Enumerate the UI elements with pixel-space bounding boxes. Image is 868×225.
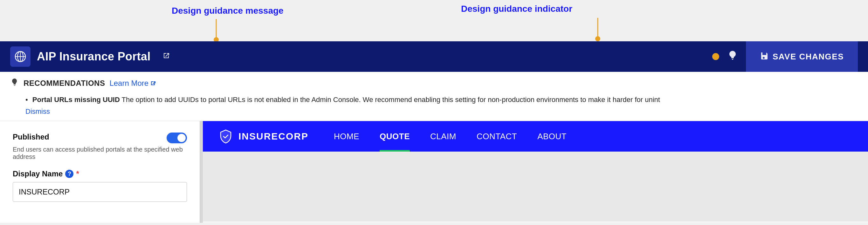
rec-bulb-icon [10, 77, 19, 89]
display-name-label: Display Name ? * [13, 169, 187, 178]
portal-content-area [203, 152, 868, 222]
top-navbar: AIP Insurance Portal SAVE CHANGES [0, 41, 868, 72]
nav-logo-area: AIP Insurance Portal [10, 46, 171, 67]
save-changes-label: SAVE CHANGES [773, 52, 844, 62]
portal-brand-name: INSURECORP [239, 131, 308, 142]
main-content: Published End users can access published… [0, 121, 868, 223]
toggle-thumb [178, 134, 186, 142]
published-toggle[interactable] [166, 132, 187, 143]
nav-logo-icon [10, 46, 31, 67]
published-description: End users can access published portals a… [13, 146, 187, 160]
dismiss-link[interactable]: Dismiss [25, 107, 50, 115]
design-guidance-indicator-annotation: Design guidance indicator [461, 4, 572, 14]
svg-point-1 [214, 37, 219, 41]
portal-navbar: INSURECORP HOME QUOTE CLAIM CONTACT ABOU… [203, 121, 868, 152]
required-star: * [76, 169, 79, 178]
design-guidance-message-annotation: Design guidance message [172, 6, 284, 16]
portal-nav-about[interactable]: ABOUT [527, 121, 577, 152]
annotation-arrows [0, 0, 868, 41]
portal-nav-home[interactable]: HOME [324, 121, 369, 152]
display-name-help-icon[interactable]: ? [65, 170, 73, 178]
nav-right-area: SAVE CHANGES [712, 41, 858, 72]
guidance-indicator-dot [712, 53, 719, 60]
rec-header: RECOMMENDATIONS Learn More [10, 77, 858, 89]
save-icon [760, 51, 769, 62]
nav-bulb-icon[interactable] [727, 50, 738, 64]
display-name-input[interactable] [13, 182, 187, 202]
toggle-track [166, 132, 187, 143]
portal-nav-links: HOME QUOTE CLAIM CONTACT ABOUT [324, 121, 577, 152]
portal-preview-panel: INSURECORP HOME QUOTE CLAIM CONTACT ABOU… [203, 121, 868, 223]
published-label: Published [13, 132, 49, 141]
save-changes-button[interactable]: SAVE CHANGES [746, 41, 858, 72]
left-panel: Published End users can access published… [0, 121, 200, 223]
rec-bullet-item: • Portal URLs missing UUID The option to… [25, 94, 858, 105]
svg-point-3 [595, 36, 600, 41]
portal-logo-area: INSURECORP [218, 129, 308, 144]
rec-learn-more-link[interactable]: Learn More [110, 79, 156, 88]
panel-divider [200, 121, 203, 223]
portal-nav-contact[interactable]: CONTACT [466, 121, 527, 152]
nav-external-link-icon[interactable] [162, 51, 171, 62]
portal-nav-quote[interactable]: QUOTE [369, 121, 420, 152]
rec-body: • Portal URLs missing UUID The option to… [10, 92, 858, 121]
recommendations-bar: RECOMMENDATIONS Learn More • Portal URLs… [0, 72, 868, 121]
portal-shield-icon [218, 129, 234, 144]
rec-title: RECOMMENDATIONS [24, 79, 105, 88]
portal-nav-claim[interactable]: CLAIM [420, 121, 466, 152]
published-row: Published [13, 132, 187, 143]
nav-title: AIP Insurance Portal [37, 50, 150, 63]
